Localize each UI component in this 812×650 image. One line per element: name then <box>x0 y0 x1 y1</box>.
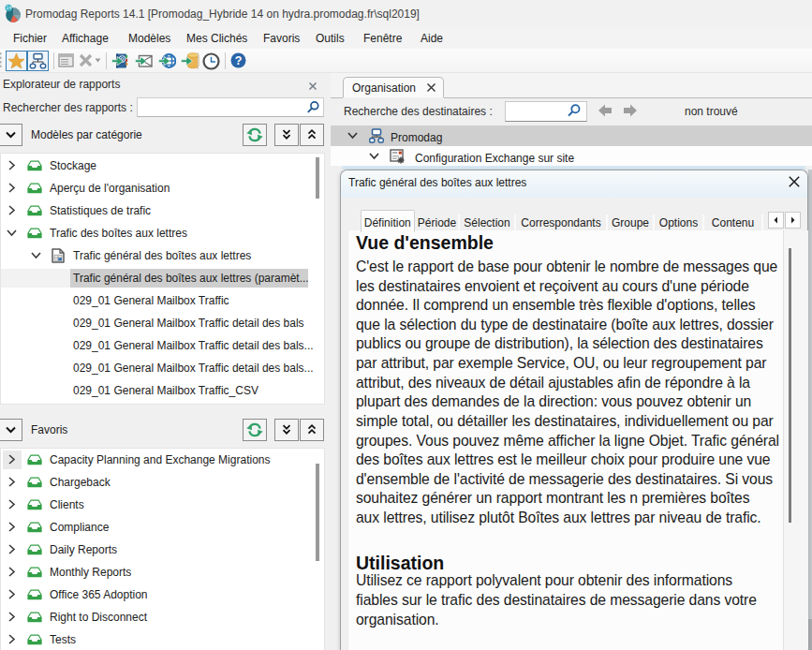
svg-text:14: 14 <box>6 5 11 10</box>
svg-text:?: ? <box>235 54 243 67</box>
